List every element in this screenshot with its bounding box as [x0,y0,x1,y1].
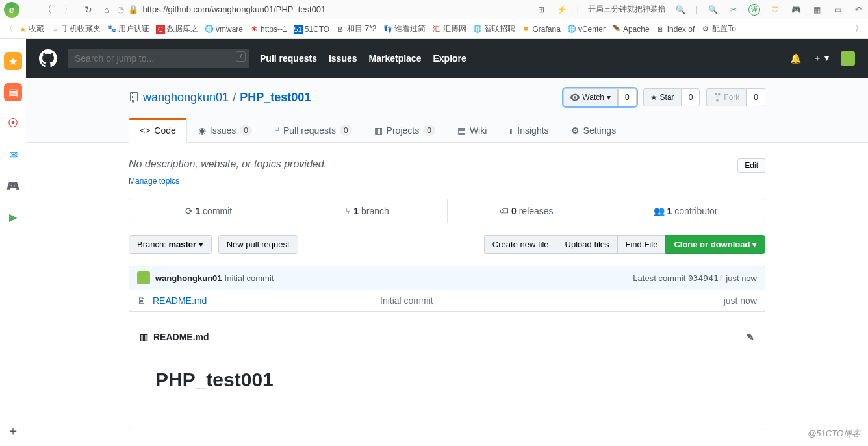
page-viewport: / Pull requests Issues Marketplace Explo… [26,39,868,446]
branch-select-button[interactable]: Branch: master ▾ [129,235,212,254]
manage-topics-link[interactable]: Manage topics [129,177,179,186]
file-age: just now [724,295,757,306]
bookmark-chevron-left[interactable]: 〈 [5,23,13,34]
branches-link[interactable]: ⑂ 1 branch [288,199,448,223]
tab-pull-requests[interactable]: ⑂ Pull requests 0 [263,118,363,142]
bookmark-item[interactable]: 🐾用户认证 [107,23,149,34]
address-bar[interactable]: ◔ 🔒 https://github.com/wanghongkun01/PHP… [117,5,527,14]
tab-code[interactable]: <> Code [129,118,187,143]
sidebar-game-icon[interactable]: 🎮 [4,177,22,195]
bookmark-item[interactable]: ▫手机收藏夹 [51,23,101,34]
repo-stats: ⟳ 1 commit ⑂ 1 branch 🏷 0 releases 👥 1 c… [129,199,765,223]
bookmark-item[interactable]: ⚙配置To [701,23,736,34]
readme-filename: README.md [153,332,209,342]
star-button[interactable]: ★ Star [643,88,682,106]
add-sidebar-button[interactable]: ＋ [6,422,19,440]
flash-icon[interactable]: ⚡ [556,5,568,14]
notifications-icon[interactable]: 🔔 [790,53,801,64]
bookmark-item[interactable]: 汇汇博网 [432,23,466,34]
bookmark-item[interactable]: C数据库之 [156,23,198,34]
tab-hint[interactable]: 开局三分钟就把神装撸 [588,4,666,15]
gamepad-icon[interactable]: 🎮 [790,5,802,14]
commits-link[interactable]: ⟳ 1 commit [129,199,288,223]
edit-description-button[interactable]: Edit [737,158,765,173]
nav-explore[interactable]: Explore [433,53,466,64]
home-button[interactable]: ⌂ [104,5,109,15]
bookmark-item[interactable]: 🌐智联招聘 [473,23,515,34]
bookmark-item[interactable]: 5151CTO [294,25,329,34]
upload-files-button[interactable]: Upload files [557,235,617,254]
bookmark-item[interactable]: 🌐vCenter [567,25,606,34]
watch-count[interactable]: 0 [618,88,637,106]
bookmark-item[interactable]: ✹Grafana [522,25,561,34]
commit-author-link[interactable]: wanghongkun01 [155,273,222,283]
nav-issues[interactable]: Issues [329,53,357,64]
github-header: / Pull requests Issues Marketplace Explo… [26,39,868,78]
bookmark-item[interactable]: 🗎和目 7*2 [336,23,376,34]
search-icon[interactable]: 🔍 [675,5,687,14]
browser-logo: e [4,2,19,18]
translate-icon[interactable]: 译 [748,4,760,16]
create-file-button[interactable]: Create new file [484,235,557,254]
nav-marketplace[interactable]: Marketplace [369,53,422,64]
clone-download-button[interactable]: Clone or download ▾ [665,235,765,254]
bookmarks-bar: 〈 ★收藏 ▫手机收藏夹 🐾用户认证 C数据库之 🌐vmware ❀https-… [0,19,868,39]
lock-icon: 🔒 [128,5,138,14]
file-name-link[interactable]: README.md [153,295,380,306]
tablet-icon[interactable]: ▭ [832,5,843,14]
releases-link[interactable]: 🏷 0 releases [448,199,607,223]
star-count[interactable]: 0 [682,88,700,106]
apps-icon[interactable]: ▦ [811,5,823,14]
site-info-icon[interactable]: ◔ [117,5,124,14]
tab-projects[interactable]: ▥ Projects 0 [363,118,446,142]
tool-search-icon[interactable]: 🔍 [707,5,719,14]
edit-readme-button[interactable]: ✎ [747,332,754,342]
commit-author-avatar[interactable] [137,271,150,284]
fork-button[interactable]: Fork [706,88,747,106]
search-input[interactable] [68,49,249,68]
new-pull-request-button[interactable]: New pull request [218,235,298,254]
tab-settings[interactable]: ⚙ Settings [560,118,628,142]
sidebar-weibo-icon[interactable]: ⦿ [4,114,22,132]
fork-count[interactable]: 0 [747,88,765,106]
commit-sha-link[interactable]: 034941f [688,273,724,283]
watch-button[interactable]: Watch ▾ [563,88,618,106]
files-table: 🗎 README.md Initial commit just now [129,290,765,312]
create-new-icon[interactable]: ＋ ▾ [813,53,829,64]
file-icon: 🗎 [137,295,146,306]
nav-pull-requests[interactable]: Pull requests [260,53,317,64]
user-avatar[interactable] [841,51,855,66]
commit-message-link[interactable]: Initial commit [225,273,274,283]
tab-issues[interactable]: ◉ Issues 0 [187,118,263,142]
refresh-button[interactable]: ↻ [84,5,92,15]
undo-icon[interactable]: ↶ [852,5,864,14]
bookmark-item[interactable]: 🌐vmware [205,25,243,34]
github-search[interactable]: / [68,49,249,68]
bookmark-chevron-right[interactable]: 》 [855,23,863,34]
sidebar-video-icon[interactable]: ▶ [4,208,22,226]
sidebar-mail-icon[interactable]: ✉ [4,145,22,164]
github-logo[interactable] [39,49,57,68]
back-button[interactable]: 〈 [43,4,52,16]
owner-link[interactable]: wanghongkun01 [143,91,229,105]
file-commit-message[interactable]: Initial commit [380,295,724,306]
qr-icon[interactable]: ⊞ [535,5,547,14]
repo-name-link[interactable]: PHP_test001 [240,91,311,105]
tab-insights[interactable]: ⫾ Insights [498,118,559,142]
find-file-button[interactable]: Find File [617,235,666,254]
contributors-link[interactable]: 👥 1 contributor [606,199,765,223]
bookmark-item[interactable]: 👣谁看过简 [383,23,426,34]
favorites-button[interactable]: ★收藏 [19,23,44,34]
tab-wiki[interactable]: ▤ Wiki [446,118,498,142]
scissors-icon[interactable]: ✂ [728,5,739,14]
bookmark-item[interactable]: 🪶Apache [612,25,650,34]
repo-description: No description, website, or topics provi… [129,158,327,170]
file-row: 🗎 README.md Initial commit just now [129,290,765,311]
file-navigation: Branch: master ▾ New pull request Create… [129,235,765,254]
bookmark-item[interactable]: ❀https--1 [249,25,287,34]
bookmark-item[interactable]: 🗎Index of [656,25,695,34]
sidebar-news-icon[interactable]: ▤ [4,83,22,101]
shield-icon[interactable]: 🛡 [769,5,781,14]
sidebar-star-icon[interactable]: ★ [4,52,22,70]
forward-button[interactable]: 〉 [64,4,73,16]
